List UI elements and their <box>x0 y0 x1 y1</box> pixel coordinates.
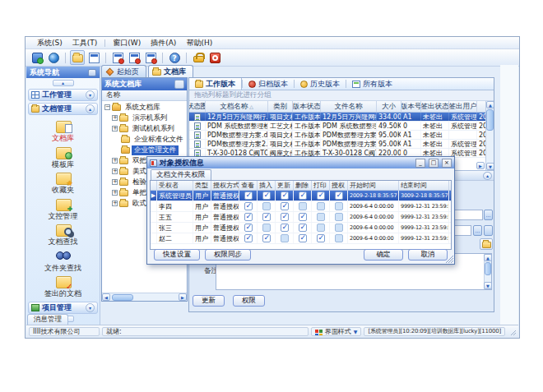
tree-expander-icon[interactable]: − <box>104 104 110 110</box>
ui-style-dropdown[interactable]: 界面样式 ▼ <box>311 327 362 336</box>
scrollbar-thumb[interactable] <box>112 294 133 301</box>
toolbar-button-8[interactable] <box>191 50 206 65</box>
sidebar-scroll-up-button[interactable]: ▴ <box>53 80 74 86</box>
permission-row-3[interactable]: 张三用户普通授权2009-6-4 0:00:009999-12-31 23:59… <box>151 223 451 233</box>
menu-item-0[interactable]: 系统(S) <box>32 37 67 49</box>
toolbar-button-9[interactable] <box>207 50 222 65</box>
checkbox-unchecked[interactable] <box>317 224 325 232</box>
menu-item-1[interactable]: 工具(T) <box>67 37 103 49</box>
checkbox-checked[interactable] <box>317 191 325 200</box>
toolbar-button-1[interactable] <box>46 50 61 65</box>
tree-expander-icon[interactable]: + <box>112 190 118 196</box>
ok-button[interactable]: 确定 <box>364 249 403 261</box>
tree-node-3[interactable]: 企业标准化文件 <box>102 134 187 145</box>
checkbox-checked[interactable] <box>299 224 307 232</box>
checkbox-checked[interactable] <box>244 213 253 221</box>
chevron-down-icon[interactable]: ▾ <box>86 303 95 312</box>
version-tab-3[interactable]: 所有版本 <box>346 78 398 90</box>
quick-setup-button[interactable]: 快速设置 <box>154 249 200 261</box>
field-clear-icon[interactable] <box>484 225 493 236</box>
table-row-1[interactable]: PDM 系统数据整理检...工艺文档工作版本PDM 系统数据整理...49.50… <box>189 122 494 131</box>
menu-item-4[interactable]: 插件(A) <box>146 37 181 49</box>
toolbar-button-6[interactable] <box>143 50 158 65</box>
menu-item-3[interactable]: 窗口(W) <box>108 37 146 49</box>
sidebar-group-work[interactable]: 工作管理 ▾ <box>28 89 98 101</box>
field-browse-icon[interactable]: … <box>484 210 493 220</box>
collapse-panel-icon[interactable]: ▴ <box>483 172 492 180</box>
tree-expander-icon[interactable]: + <box>112 115 118 121</box>
checkbox-unchecked[interactable] <box>335 224 343 232</box>
column-header-3[interactable]: 版本状态 <box>293 101 321 112</box>
tree-node-0[interactable]: −系统文档库 <box>102 102 187 113</box>
close-button[interactable]: × <box>442 159 452 168</box>
sidebar-item-0[interactable]: 文档库 <box>26 118 100 145</box>
toolbar-button-4[interactable] <box>110 50 125 65</box>
dialog-column-header-4[interactable]: 插入 <box>258 181 276 190</box>
tree-panel-menu-icon[interactable] <box>174 80 184 89</box>
permission-row-4[interactable]: 赵二用户普通授权2009-6-4 0:00:009999-12-31 23:59… <box>151 233 451 244</box>
dialog-column-header-7[interactable]: 打印 <box>312 181 330 190</box>
toolbar-button-5[interactable] <box>127 50 142 65</box>
scroll-left-icon[interactable]: ◀ <box>102 293 110 301</box>
table-vertical-scrollbar[interactable]: ▲ ▼ <box>485 101 494 170</box>
open-folder-button[interactable] <box>480 238 493 250</box>
toolbar-button-0[interactable] <box>30 50 44 65</box>
scrollbar-thumb[interactable] <box>485 262 491 275</box>
column-header-6[interactable]: 版本号 <box>401 101 421 112</box>
column-header-5[interactable]: 大小 <box>377 101 401 112</box>
checkbox-unchecked[interactable] <box>335 234 343 242</box>
tree-expander-icon[interactable]: + <box>112 158 118 164</box>
checkbox-checked[interactable] <box>262 234 271 242</box>
sidebar-pin-icon[interactable] <box>88 69 96 76</box>
checkbox-checked[interactable] <box>281 224 289 232</box>
scroll-up-icon[interactable]: ▲ <box>486 101 494 108</box>
tree-node-1[interactable]: +演示机系列 <box>102 113 187 123</box>
doc-tab-1[interactable]: 文档库 <box>148 65 193 77</box>
sidebar-group-project[interactable]: 项目管理 ▾ <box>28 302 98 314</box>
checkbox-checked[interactable] <box>299 213 307 221</box>
permission-sync-button[interactable]: 权限同步 <box>205 249 251 261</box>
sidebar-item-6[interactable]: 签出的文档 <box>26 274 100 300</box>
dialog-column-header-8[interactable]: 授权 <box>330 181 348 190</box>
column-header-1[interactable]: 文档名称△ <box>206 101 268 112</box>
checkbox-checked[interactable] <box>244 234 253 242</box>
tree-expander-icon[interactable]: + <box>112 201 118 206</box>
version-tab-2[interactable]: 历史版本 <box>295 78 346 90</box>
checkbox-unchecked[interactable] <box>317 213 325 221</box>
tab-message-management[interactable]: 消息管理 <box>27 314 68 325</box>
checkbox-unchecked[interactable] <box>335 202 343 210</box>
sidebar-item-2[interactable]: 收藏夹 <box>26 170 100 196</box>
checkbox-checked[interactable] <box>244 191 253 200</box>
checkbox-unchecked[interactable] <box>335 213 343 221</box>
table-row-3[interactable]: PDM数据整理方案2.doc项目文档工作版本PDM数据整理方案2.doc95.0… <box>189 140 494 149</box>
checkbox-checked[interactable] <box>335 191 343 200</box>
checkbox-unchecked[interactable] <box>317 202 325 210</box>
scroll-down-icon[interactable]: ▼ <box>486 163 494 170</box>
checkbox-checked[interactable] <box>281 191 289 200</box>
maximize-button[interactable]: □ <box>429 159 439 168</box>
sidebar-item-1[interactable]: 模板库 <box>26 145 100 171</box>
permission-row-1[interactable]: 李四用户普通授权2009-6-4 0:00:009999-12-31 23:59… <box>151 201 451 212</box>
sidebar-item-3[interactable]: 文控管理 <box>26 196 100 223</box>
checkbox-checked[interactable] <box>281 213 289 221</box>
checkbox-checked[interactable] <box>299 191 307 200</box>
update-button[interactable]: 更新 <box>193 295 225 307</box>
scroll-right-icon[interactable]: ▶ <box>476 162 485 169</box>
permission-row-0[interactable]: ▶系统管理员用户普通授权2009-2-18 8:35:573009-2-18 8… <box>151 191 451 201</box>
tree-expander-icon[interactable]: + <box>112 179 118 185</box>
cancel-button[interactable]: 取消 <box>408 249 448 261</box>
doc-tab-0[interactable]: 起始页 <box>101 65 146 77</box>
column-header-7[interactable]: 签出状态 <box>421 101 449 112</box>
dialog-title-bar[interactable]: 对象授权信息 _ □ × <box>147 157 454 168</box>
scroll-right-icon[interactable]: ▶ <box>179 293 187 301</box>
dialog-column-header-1[interactable]: 类型 <box>193 181 211 190</box>
checkbox-unchecked[interactable] <box>299 202 307 210</box>
dialog-column-header-6[interactable]: 删除 <box>294 181 312 190</box>
sidebar-item-5[interactable]: 文件夹查找 <box>26 248 100 274</box>
checkbox-checked[interactable] <box>244 202 253 210</box>
version-tab-0[interactable]: 工作版本 <box>189 78 242 90</box>
version-tab-1[interactable]: 归档版本 <box>243 78 294 90</box>
field-browse-icon[interactable]: … <box>473 225 482 236</box>
minimize-button[interactable]: _ <box>415 159 425 168</box>
sidebar-group-doc[interactable]: 文档管理 ▴ <box>28 103 98 115</box>
